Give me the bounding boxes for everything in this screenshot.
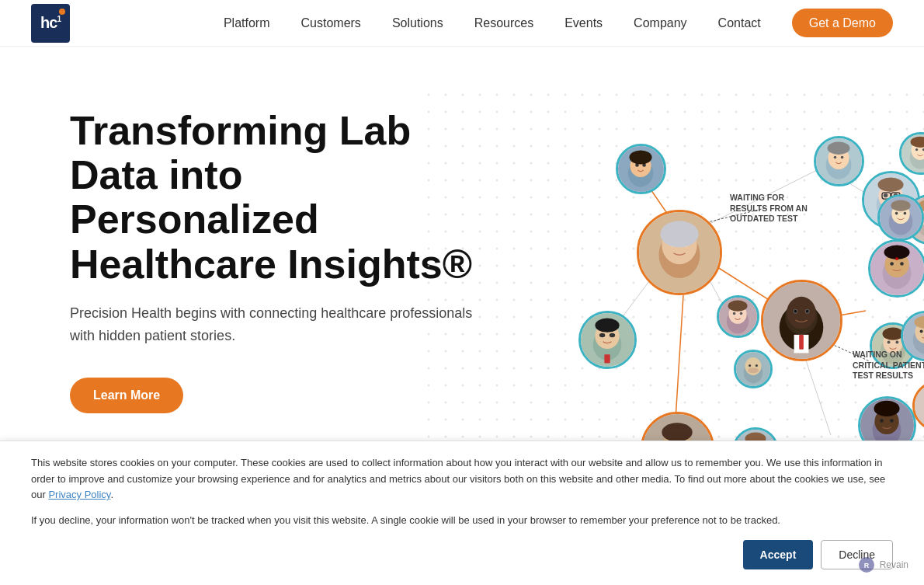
svg-point-42	[877, 178, 903, 192]
accept-button[interactable]: Accept	[743, 540, 814, 569]
svg-point-47	[610, 333, 615, 338]
nav-links: Platform Customers Solutions Resources E…	[224, 16, 893, 30]
avatar-black-man-suit	[761, 280, 842, 361]
avatar-asian-man	[578, 311, 637, 369]
nav-item-events[interactable]: Events	[564, 16, 603, 30]
avatar-indian-woman	[868, 239, 924, 298]
svg-point-136	[904, 212, 907, 215]
svg-point-69	[806, 310, 809, 313]
svg-point-27	[630, 150, 652, 164]
svg-point-46	[599, 333, 605, 338]
avatar-person-mask	[734, 350, 773, 388]
label-waiting-critical: WAITING ONCRITICAL PATIENTTEST RESULTS	[853, 350, 924, 381]
svg-point-33	[828, 142, 850, 155]
svg-point-78	[895, 257, 898, 260]
nav-item-solutions[interactable]: Solutions	[392, 16, 443, 30]
svg-point-65	[787, 297, 816, 329]
svg-point-88	[880, 419, 884, 423]
revain-text: Revain	[880, 559, 908, 570]
svg-point-137	[891, 200, 910, 211]
svg-point-21	[660, 221, 698, 247]
revain-badge: R Revain	[858, 556, 908, 573]
logo-accent-dot	[59, 9, 65, 15]
svg-text:R: R	[863, 562, 869, 569]
svg-point-61	[748, 367, 759, 373]
privacy-policy-link[interactable]: Privacy Policy	[48, 489, 110, 500]
logo-text: hc1	[40, 14, 61, 32]
svg-point-112	[915, 148, 918, 151]
svg-point-37	[884, 193, 888, 198]
cookie-banner: This website stores cookies on your comp…	[0, 440, 924, 585]
svg-point-89	[890, 419, 894, 423]
svg-point-60	[756, 364, 758, 367]
svg-point-48	[595, 318, 619, 332]
avatar-woman-top-right-1	[814, 136, 864, 186]
svg-point-59	[749, 364, 751, 367]
nav-item-resources[interactable]: Resources	[474, 16, 533, 30]
nav-item-customers[interactable]: Customers	[301, 16, 361, 30]
svg-point-135	[895, 212, 898, 215]
svg-point-83	[895, 341, 898, 344]
hero-content: Transforming Lab Data into Personalized …	[70, 109, 474, 413]
avatar-woman-mid	[717, 295, 759, 338]
cookie-buttons: Accept Decline	[31, 540, 893, 569]
svg-point-68	[794, 310, 797, 313]
nav-item-contact[interactable]: Contact	[718, 16, 761, 30]
svg-point-82	[888, 341, 891, 344]
svg-point-90	[874, 401, 899, 416]
navigation: hc1 Platform Customers Solutions Resourc…	[0, 0, 924, 47]
logo[interactable]: hc1	[31, 4, 70, 43]
nav-item-company[interactable]: Company	[634, 16, 686, 30]
cookie-main-text: This website stores cookies on your comp…	[31, 455, 893, 503]
nav-item-platform[interactable]: Platform	[224, 16, 270, 30]
avatar-man-top-center	[616, 144, 666, 194]
svg-rect-71	[799, 335, 804, 350]
svg-point-32	[841, 156, 844, 159]
cookie-secondary-text: If you decline, your information won't b…	[31, 513, 893, 529]
hero-subtitle: Precision Health begins with connecting …	[70, 302, 474, 347]
learn-more-button[interactable]: Learn More	[70, 378, 183, 413]
svg-rect-49	[604, 354, 610, 363]
hero-title: Transforming Lab Data into Personalized …	[70, 109, 474, 287]
avatar-elderly-woman	[637, 210, 722, 295]
svg-point-77	[884, 245, 909, 259]
label-waiting-outdated: WAITING FORRESULTS FROM ANOUTDATED TEST	[730, 193, 808, 225]
avatar-man-top-left-far	[877, 194, 924, 241]
svg-point-124	[920, 330, 923, 333]
svg-point-53	[733, 312, 736, 315]
svg-point-75	[890, 262, 894, 266]
svg-point-76	[900, 262, 904, 266]
get-demo-button[interactable]: Get a Demo	[792, 9, 893, 37]
svg-point-55	[728, 301, 748, 312]
svg-point-31	[834, 156, 837, 159]
revain-icon: R	[858, 556, 875, 573]
svg-point-54	[740, 312, 743, 315]
svg-point-102	[662, 423, 692, 441]
